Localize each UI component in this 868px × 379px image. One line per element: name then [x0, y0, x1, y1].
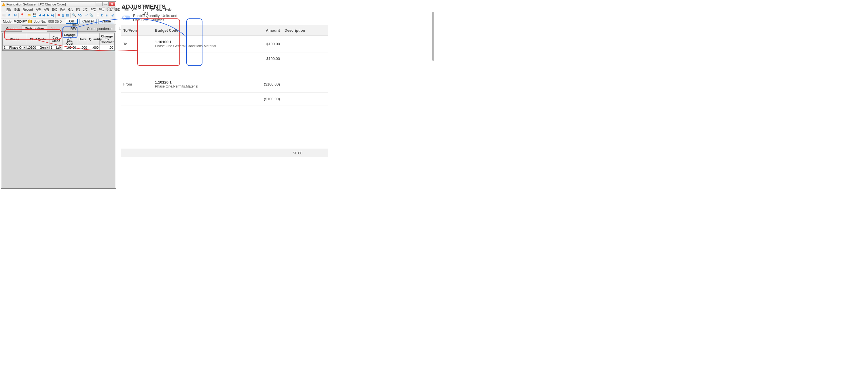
folder-open-icon[interactable]: 📂 — [27, 13, 32, 18]
last-icon[interactable]: ▶| — [51, 13, 54, 18]
th-budget[interactable]: Budget Code — [153, 25, 248, 36]
amount-cell: $100.00 — [248, 36, 282, 53]
dropdown-button[interactable]: ▼ — [60, 45, 62, 50]
target-icon[interactable]: ◎ — [111, 13, 115, 18]
cost-class-field[interactable] — [50, 45, 60, 50]
menu-ar[interactable]: A/R — [44, 8, 49, 11]
maximize-button[interactable]: ▭ — [102, 2, 108, 6]
toggle-label: Enable Quantity, Units and Unit Cost Col… — [133, 13, 185, 22]
tabbar: General Distribution Printable Linked RF… — [1, 25, 116, 32]
next-icon[interactable]: ▶ — [46, 13, 50, 18]
trash-icon[interactable]: 🗑 — [61, 13, 65, 18]
desc-cell[interactable] — [282, 36, 328, 53]
menu-eq[interactable]: E/Q — [52, 8, 57, 11]
subtotal-amount: $100.00 — [248, 53, 282, 65]
dropdown-button[interactable]: ▼ — [23, 45, 26, 50]
th-desc[interactable]: Description — [282, 25, 328, 36]
copy-icon[interactable]: ⧉ — [7, 13, 11, 18]
th-units[interactable]: Units — [77, 33, 88, 45]
table-row[interactable]: ▼▼▼ — [3, 50, 114, 51]
child-restore-button[interactable]: ❐ — [106, 7, 110, 10]
units-field[interactable] — [77, 50, 88, 51]
pin-icon[interactable]: 📍 — [20, 13, 25, 18]
table-row[interactable]: ▼▼▼ — [3, 45, 114, 50]
change-contract-field[interactable] — [100, 50, 114, 51]
list-icon[interactable]: ▤ — [65, 13, 69, 18]
quantity-field[interactable] — [88, 50, 99, 51]
table-row[interactable] — [121, 65, 328, 76]
adjustments-panel: ADJUSTMENTS Enable Quantity, Units and U… — [120, 0, 434, 189]
th-phase[interactable]: Phase — [3, 33, 26, 45]
menu-ap[interactable]: A/P — [36, 8, 41, 11]
units-field[interactable] — [77, 45, 88, 50]
dropdown-button[interactable]: ▼ — [46, 45, 49, 50]
tab-distribution[interactable]: Distribution — [22, 25, 47, 32]
tab-printable: Printable — [47, 26, 67, 32]
menu-gl[interactable]: G/L — [68, 8, 73, 11]
phase-field[interactable] — [3, 45, 23, 50]
toggle-row: Enable Quantity, Units and Unit Cost Col… — [122, 13, 434, 22]
change-est-field[interactable] — [62, 45, 77, 50]
attachment-icon[interactable]: 📎 — [89, 13, 94, 18]
tab-correspondence[interactable]: Correspondence — [84, 26, 116, 32]
cost-code-field[interactable] — [26, 45, 46, 50]
prev-icon[interactable]: ◀ — [42, 13, 45, 18]
th-quantity[interactable]: Quantity — [88, 33, 100, 45]
close-form-button[interactable]: Close — [98, 19, 114, 24]
modebar: Mode: MODIFY Job No: 908 35 0 OK Cancel … — [1, 19, 116, 25]
tofrom-cell: To — [121, 36, 153, 53]
table-row[interactable]: $100.00 — [121, 53, 328, 65]
search-icon[interactable]: 🔍 — [72, 13, 76, 18]
titlebar: Foundation Software - [J/C Change Order]… — [1, 2, 116, 7]
child-close-button[interactable]: × — [111, 7, 115, 10]
expand-arrows-icon[interactable]: ⤢ — [85, 13, 88, 18]
tab-general[interactable]: General — [3, 26, 22, 32]
first-icon[interactable]: |◀ — [37, 13, 41, 18]
th-change-est[interactable]: Change ToEst. Cost — [62, 33, 77, 45]
subtotal-amount: ($100.00) — [248, 93, 282, 105]
cancel-x-icon[interactable]: ⊠ — [13, 13, 17, 18]
save-icon[interactable]: 💾 — [32, 13, 37, 18]
lock-icon — [28, 20, 32, 23]
table-row[interactable]: From1.10120.1Phase One.Permits.Material(… — [121, 76, 328, 93]
close-button[interactable]: ✕ — [109, 2, 115, 6]
th-tofrom[interactable]: To/From — [121, 25, 153, 36]
desc-cell[interactable] — [282, 76, 328, 93]
minimize-button[interactable]: — — [96, 2, 102, 6]
toggle-knob — [123, 16, 126, 20]
enable-columns-toggle[interactable] — [122, 15, 130, 20]
menu-record[interactable]: Record — [23, 8, 33, 11]
table-row[interactable]: ($100.00) — [121, 93, 328, 105]
foundation-window: Foundation Software - [J/C Change Order]… — [1, 1, 116, 189]
menu-edit[interactable]: Edit — [14, 8, 20, 11]
amount-cell: ($100.00) — [248, 76, 282, 93]
th-amount[interactable]: Amount — [248, 25, 282, 36]
menu-pc[interactable]: P/C — [91, 8, 96, 11]
quantity-field[interactable] — [88, 45, 99, 50]
tab-linked-rfc[interactable]: Linked RFC — [67, 22, 84, 32]
job-label: Job No: — [34, 20, 46, 24]
menu-sd[interactable]: S/D — [115, 8, 120, 11]
menu-jc[interactable]: J/C — [83, 8, 88, 11]
scroll-track[interactable] — [432, 0, 434, 189]
adjustments-table: To/From Budget Code Amount Description T… — [121, 25, 328, 105]
th-cost-code[interactable]: Cost Code — [26, 33, 50, 45]
new-doc-icon[interactable]: 🗋 — [100, 13, 104, 18]
child-minimize-button[interactable]: – — [102, 7, 105, 10]
menu-fa[interactable]: F/A — [60, 8, 65, 11]
book-open-icon[interactable]: 📖 — [2, 13, 7, 18]
change-contract-field[interactable] — [100, 45, 114, 50]
change-est-field[interactable] — [62, 50, 77, 51]
sheet-icon[interactable]: 🗎 — [105, 13, 108, 18]
app-icon — [2, 3, 5, 6]
sql-icon[interactable]: SQL — [77, 13, 84, 18]
bullet-list-icon[interactable]: ☰ — [96, 13, 100, 18]
table-row[interactable]: To1.10100.1Phase One.General Conditions.… — [121, 36, 328, 53]
th-cost-class[interactable]: Cost Class — [50, 33, 62, 45]
scroll-thumb[interactable] — [432, 12, 434, 61]
menu-file[interactable]: File — [6, 8, 11, 11]
job-value: 908 35 0 — [48, 20, 62, 24]
delete-x-icon[interactable]: ✖ — [57, 13, 60, 18]
distribution-grid: Phase Cost Code Cost Class Change ToEst.… — [2, 33, 115, 51]
menu-in[interactable]: I/N — [76, 8, 80, 11]
